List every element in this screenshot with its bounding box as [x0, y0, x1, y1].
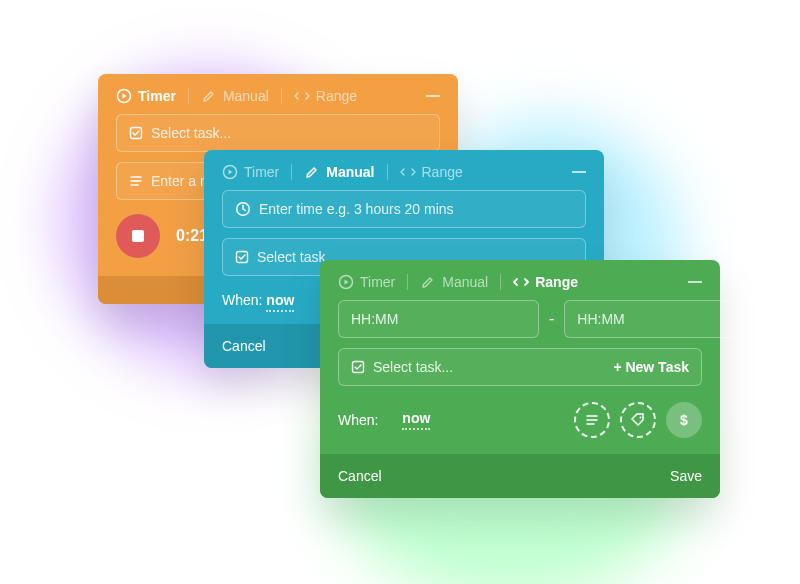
tab-manual[interactable]: Manual	[304, 164, 374, 180]
note-action-button[interactable]	[574, 402, 610, 438]
billable-button[interactable]: $	[666, 402, 702, 438]
tab-timer[interactable]: Timer	[338, 274, 395, 290]
tab-label: Timer	[138, 88, 176, 104]
divider	[291, 164, 292, 180]
tag-action-button[interactable]	[620, 402, 656, 438]
play-circle-icon	[116, 88, 132, 104]
when-value[interactable]: now	[266, 292, 294, 312]
tab-label: Manual	[326, 164, 374, 180]
tab-range[interactable]: Range	[513, 274, 578, 290]
when-label: When:	[222, 292, 262, 308]
divider	[407, 274, 408, 290]
tab-range[interactable]: Range	[400, 164, 463, 180]
range-icon	[513, 274, 529, 290]
select-task-field[interactable]	[116, 114, 440, 152]
play-circle-icon	[222, 164, 238, 180]
note-icon	[129, 174, 143, 188]
end-time-input[interactable]	[577, 311, 752, 327]
end-time-field[interactable]	[564, 300, 765, 338]
range-card: Timer Manual Range -	[320, 260, 720, 498]
task-icon	[351, 360, 365, 374]
range-icon	[400, 164, 416, 180]
when-row: When: now $	[338, 396, 702, 440]
card-body: - + New Task When: now	[320, 300, 720, 454]
pencil-icon	[201, 88, 217, 104]
pencil-icon	[420, 274, 436, 290]
divider	[281, 88, 282, 104]
tab-manual[interactable]: Manual	[201, 88, 269, 104]
range-icon	[294, 88, 310, 104]
tab-label: Range	[535, 274, 578, 290]
action-icons: $	[574, 402, 702, 438]
svg-rect-1	[131, 128, 142, 139]
range-separator: -	[549, 310, 554, 328]
start-time-field[interactable]	[338, 300, 539, 338]
tab-manual[interactable]: Manual	[420, 274, 488, 290]
dollar-icon: $	[680, 412, 688, 428]
cancel-button[interactable]: Cancel	[222, 338, 266, 354]
select-task-input[interactable]	[151, 125, 427, 141]
divider	[188, 88, 189, 104]
tab-bar: Timer Manual Range	[320, 260, 720, 300]
cancel-button[interactable]: Cancel	[338, 468, 382, 484]
save-button[interactable]: Save	[670, 468, 702, 484]
select-task-input[interactable]	[373, 359, 605, 375]
tab-bar: Timer Manual Range	[98, 74, 458, 114]
svg-rect-6	[353, 362, 364, 373]
pencil-icon	[304, 164, 320, 180]
tab-label: Manual	[442, 274, 488, 290]
task-icon	[235, 250, 249, 264]
svg-rect-4	[237, 252, 248, 263]
play-circle-icon	[338, 274, 354, 290]
minimize-button[interactable]	[688, 281, 702, 283]
tab-label: Range	[422, 164, 463, 180]
svg-point-7	[640, 417, 642, 419]
tab-timer[interactable]: Timer	[116, 88, 176, 104]
start-time-input[interactable]	[351, 311, 526, 327]
when-value[interactable]: now	[402, 410, 430, 430]
stop-button[interactable]	[116, 214, 160, 258]
tab-label: Timer	[244, 164, 279, 180]
tab-bar: Timer Manual Range	[204, 150, 604, 190]
card-footer: Cancel Save	[320, 454, 720, 498]
new-task-button[interactable]: + New Task	[613, 359, 689, 375]
tab-label: Range	[316, 88, 357, 104]
divider	[387, 164, 388, 180]
when-label: When:	[338, 412, 378, 428]
tab-timer[interactable]: Timer	[222, 164, 279, 180]
clock-icon	[235, 201, 251, 217]
time-field[interactable]	[222, 190, 586, 228]
tab-label: Manual	[223, 88, 269, 104]
time-input[interactable]	[259, 201, 573, 217]
minimize-button[interactable]	[572, 171, 586, 173]
task-icon	[129, 126, 143, 140]
select-task-field[interactable]: + New Task	[338, 348, 702, 386]
tab-range[interactable]: Range	[294, 88, 357, 104]
tab-label: Timer	[360, 274, 395, 290]
divider	[500, 274, 501, 290]
time-range-row: -	[338, 300, 702, 338]
minimize-button[interactable]	[426, 95, 440, 97]
